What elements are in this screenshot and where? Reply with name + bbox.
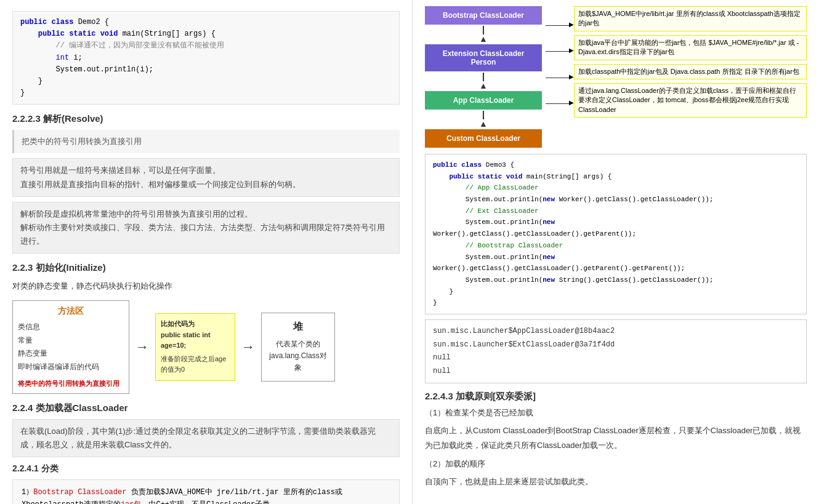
arrow-method-to-yellow: → bbox=[135, 339, 149, 355]
method-area-box: 方法区 类信息 常量 静态变量 即时编译器编译后的代码 将类中的符号引用转换为直… bbox=[12, 300, 129, 393]
cl-box-custom: Custom ClassLoader bbox=[425, 129, 542, 148]
classloader-desc: 在装载(Load)阶段，其中第(1)步:通过类的全限定名获取其定义的二进制字节流… bbox=[20, 426, 376, 449]
right-panel: Bootstrap ClassLoader ▲ Extension ClassL… bbox=[413, 0, 819, 504]
yellow-code: public static int age=10; bbox=[161, 330, 230, 351]
resolve-gray-2: 解析动作主要针对类或接口、字段、类方法、接口方法、方法类型、方法句柄和调用限定符… bbox=[20, 221, 392, 248]
order-title: （2）加载的顺序 bbox=[425, 457, 807, 471]
resolve-desc: 把类中的符号引用转换为直接引用 bbox=[22, 137, 142, 146]
init-title: 2.2.3 初始化(Initialize) bbox=[12, 262, 400, 274]
left-panel: public class Demo2 { public static void … bbox=[0, 0, 413, 504]
cl-box-extension: Extension ClassLoader Person bbox=[425, 44, 542, 71]
resolve-blockquote: 符号引用就是一组符号来描述目标，可以是任何字面量。 直接引用就是直接指向目标的指… bbox=[12, 158, 400, 196]
desc-custom: 通过java.lang.ClassLoader的子类自定义加载class，置于应… bbox=[574, 83, 807, 118]
arrow-to-desc-4: ▶ bbox=[546, 103, 570, 104]
resolve-highlight: 将类中的符号引用转换为直接引用 bbox=[18, 379, 124, 388]
classify-title: 2.2.4.1 分类 bbox=[12, 463, 400, 474]
resolve-gray-box: 解析阶段是虚拟机将常量池中的符号引用替换为直接引用的过程。 解析动作主要针对类或… bbox=[12, 202, 400, 254]
classloader-desc-box: 在装载(Load)阶段，其中第(1)步:通过类的全限定名获取其定义的二进制字节流… bbox=[12, 419, 400, 457]
output-line-1: sun.misc.Launcher$AppClassLoader@18b4aac… bbox=[433, 325, 799, 338]
resolve-bq-1: 符号引用就是一组符号来描述目标，可以是任何字面量。 bbox=[20, 164, 392, 177]
arrow-to-desc-2: ▶ bbox=[546, 51, 570, 52]
output-line-4: null bbox=[433, 365, 799, 378]
up-arrow-2: ▲ bbox=[479, 73, 488, 90]
top-code-block: public class Demo2 { public static void … bbox=[12, 11, 400, 105]
classify-list-box: 1）Bootstrap ClassLoader 负责加载$JAVA_HOME中 … bbox=[12, 479, 400, 504]
resolve-desc-box: 把类中的符号引用转换为直接引用 bbox=[12, 130, 400, 153]
arrow-to-desc-1: ▶ bbox=[546, 25, 570, 26]
init-diagram: 方法区 类信息 常量 静态变量 即时编译器编译后的代码 将类中的符号引用转换为直… bbox=[12, 300, 400, 393]
yellow-box: 比如代码为 public static int age=10; 准备阶段完成之后… bbox=[155, 313, 235, 381]
heap-title: 堆 bbox=[267, 321, 329, 334]
output-line-2: sun.misc.Launcher$ExtClassLoader@3a71f4d… bbox=[433, 338, 799, 352]
output-line-3: null bbox=[433, 351, 799, 365]
init-desc: 对类的静态变量，静态代码块执行初始化操作 bbox=[12, 279, 400, 293]
principle-title: 2.2.4.3 加载原则[双亲委派] bbox=[425, 391, 807, 402]
item-classinfo: 类信息 bbox=[18, 321, 124, 334]
resolve-gray-1: 解析阶段是虚拟机将常量池中的符号引用替换为直接引用的过程。 bbox=[20, 207, 392, 221]
item-constant: 常量 bbox=[18, 334, 124, 348]
arrow-to-desc-3: ▶ bbox=[546, 78, 570, 78]
yellow-title: 比如代码为 bbox=[161, 319, 230, 330]
item-static-var: 静态变量 bbox=[18, 347, 124, 361]
method-area-items: 类信息 常量 静态变量 即时编译器编译后的代码 bbox=[18, 321, 124, 374]
desc-bootstrap: 加载$JAVA_HOME中jre/lib/rt.jar 里所有的class或 X… bbox=[574, 6, 807, 31]
classify-item-1: 1）Bootstrap ClassLoader 负责加载$JAVA_HOME中 … bbox=[22, 486, 390, 504]
heap-box: 堆 代表某个类的java.lang.Class对象 bbox=[261, 313, 335, 382]
yellow-note: 准备阶段完成之后age的值为0 bbox=[161, 354, 230, 375]
cl-box-bootstrap: Bootstrap ClassLoader bbox=[425, 6, 542, 25]
resolve-title: 2.2.2.3 解析(Resolve) bbox=[12, 113, 400, 125]
up-arrow-1: ▲ bbox=[479, 26, 488, 43]
up-arrow-3: ▲ bbox=[479, 111, 488, 128]
check-desc: 自底向上，从Custom ClassLoader到BootStrap Class… bbox=[425, 423, 807, 452]
classloader-title: 2.2.4 类加载器ClassLoader bbox=[12, 402, 400, 414]
output-block: sun.misc.Launcher$AppClassLoader@18b4aac… bbox=[425, 319, 807, 383]
demo3-code-block: public class Demo3 { public static void … bbox=[425, 154, 807, 314]
method-area-title: 方法区 bbox=[18, 306, 124, 317]
arrow-yellow-to-heap: → bbox=[241, 339, 255, 355]
cl-box-app: App ClassLoader bbox=[425, 91, 542, 110]
desc-extension: 加载java平台中扩展功能的一些jar包，包括 $JAVA_HOME#jre/l… bbox=[574, 35, 807, 60]
desc-app: 加载classpath中指定的jar包及 Djava.class.path 所指… bbox=[574, 64, 807, 79]
heap-content: 代表某个类的java.lang.Class对象 bbox=[267, 338, 329, 374]
resolve-bq-2: 直接引用就是直接指向目标的指针、相对偏移量或一个间接定位到目标的句柄。 bbox=[20, 178, 392, 191]
item-jit: 即时编译器编译后的代码 bbox=[18, 361, 124, 374]
check-title: （1）检查某个类是否已经加载 bbox=[425, 406, 807, 420]
cl-descriptions: 加载$JAVA_HOME中jre/lib/rt.jar 里所有的class或 X… bbox=[574, 6, 807, 148]
classloader-diagram: Bootstrap ClassLoader ▲ Extension ClassL… bbox=[425, 6, 807, 148]
order-desc: 自顶向下，也就是由上层来逐层尝试加载此类。 bbox=[425, 474, 807, 489]
